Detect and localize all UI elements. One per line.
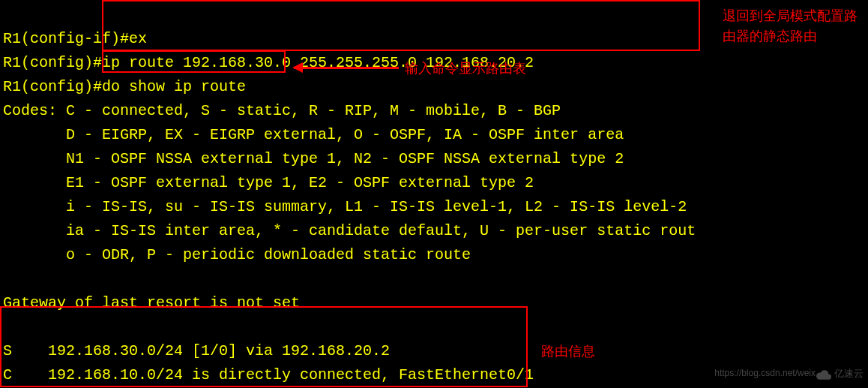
- site-logo: 亿速云: [816, 366, 864, 382]
- command: do show ip route: [102, 78, 246, 95]
- watermark-text: https://blog.csdn.net/weix: [714, 366, 816, 380]
- prompt: R1(config)#: [3, 78, 102, 95]
- codes-line: o - ODR, P - periodic downloaded static …: [3, 246, 471, 263]
- logo-text: 亿速云: [834, 366, 864, 382]
- gateway-line: Gateway of last resort is not set: [3, 294, 300, 311]
- annotation-top: 退回到全局模式配置路由器的静态路由: [723, 6, 858, 47]
- prompt: R1(config-if)#: [3, 30, 129, 47]
- route-entry: C 192.168.10.0/24 is directly connected,…: [3, 366, 534, 383]
- command: ex: [129, 30, 147, 47]
- codes-line: C - connected, S - static, R - RIP, M - …: [66, 102, 561, 119]
- codes-label: Codes:: [3, 102, 66, 119]
- codes-line: E1 - OSPF external type 1, E2 - OSPF ext…: [3, 174, 534, 191]
- cloud-icon: [816, 369, 832, 380]
- annotation-bottom: 路由信息: [541, 341, 595, 362]
- route-entry: S 192.168.30.0/24 [1/0] via 192.168.20.2: [3, 342, 390, 359]
- codes-line: ia - IS-IS inter area, * - candidate def…: [3, 222, 696, 239]
- codes-line: N1 - OSPF NSSA external type 1, N2 - OSP…: [3, 150, 624, 167]
- codes-line: D - EIGRP, EX - EIGRP external, O - OSPF…: [3, 126, 624, 143]
- codes-line: i - IS-IS, su - IS-IS summary, L1 - IS-I…: [3, 198, 687, 215]
- annotation-mid: 输入命令显示路由表: [405, 59, 526, 79]
- prompt: R1(config)#: [3, 54, 102, 71]
